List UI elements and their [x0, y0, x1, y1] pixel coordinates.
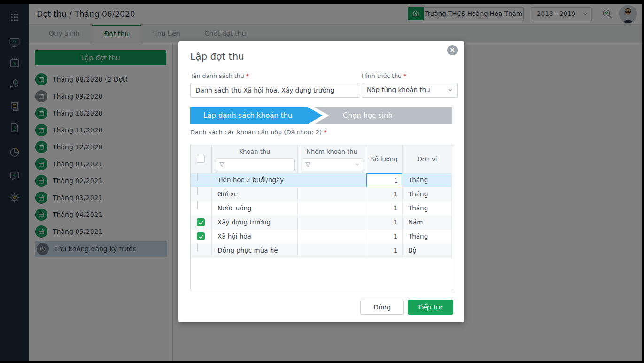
fee-items-table: Khoản thu Nhóm khoản thu Số lượng Đơn vị…	[190, 145, 453, 290]
fee-name: Xã hội hóa	[212, 230, 298, 244]
fee-unit: Tháng	[403, 187, 452, 201]
column-header-qty: Số lượng	[366, 145, 402, 173]
fee-qty[interactable]: 1	[366, 187, 403, 201]
fee-qty[interactable]: 1	[366, 201, 403, 216]
collect-type-label: Hình thức thu *	[362, 72, 406, 79]
fee-qty[interactable]: 1	[366, 216, 403, 230]
fee-name: Xây dựng trường	[212, 216, 298, 230]
fee-group	[298, 201, 366, 216]
fee-unit: Tháng	[403, 230, 452, 244]
wizard-steps: Lập danh sách khoản thu Chọn học sinh	[190, 107, 452, 124]
fee-qty[interactable]: 1	[366, 244, 403, 258]
required-mark: *	[324, 129, 327, 136]
step-choose-students[interactable]: Chọn học sinh	[343, 107, 393, 124]
fee-group	[298, 173, 366, 187]
fee-group	[298, 187, 366, 201]
row-checkbox[interactable]	[197, 173, 198, 181]
fee-name: Tiền học 2 buổi/ngày	[212, 173, 298, 187]
row-checkbox[interactable]	[197, 201, 198, 209]
filter-funnel-icon	[219, 162, 225, 168]
chevron-down-icon	[354, 162, 360, 168]
fee-name: Gửi xe	[212, 187, 298, 201]
close-button[interactable]: Đóng	[360, 300, 404, 315]
collect-type-value: Nộp từng khoản thu	[367, 86, 430, 93]
row-checkbox[interactable]	[197, 243, 198, 252]
modal-title: Lập đợt thu	[190, 51, 244, 62]
column-header-unit: Đơn vị	[403, 145, 452, 173]
list-name-label: Tên danh sách thu *	[190, 72, 249, 79]
select-all-checkbox[interactable]	[197, 155, 205, 163]
group-filter-select[interactable]	[302, 158, 363, 171]
table-header: Khoản thu Nhóm khoản thu Số lượng Đơn vị	[191, 145, 452, 174]
fee-qty[interactable]: 1	[366, 230, 403, 244]
fee-group	[298, 216, 366, 230]
fee-group	[298, 230, 366, 244]
create-period-modal: × Lập đợt thu Tên danh sách thu * Hình t…	[178, 41, 464, 322]
step-create-list[interactable]: Lập danh sách khoản thu	[203, 107, 293, 124]
table-row[interactable]: Nước uống 1 Tháng	[191, 201, 452, 216]
required-mark: *	[403, 72, 406, 79]
close-icon[interactable]: ×	[447, 45, 458, 55]
table-caption: Danh sách các khoản cần nộp (Đã chọn: 2)…	[190, 129, 327, 136]
collect-type-select[interactable]: Nộp từng khoản thu	[362, 83, 458, 98]
qty-input[interactable]	[366, 173, 402, 187]
fee-unit: Tháng	[403, 173, 452, 187]
row-checkbox[interactable]	[197, 187, 198, 195]
fee-name: Đồng phục mùa hè	[212, 244, 298, 258]
filter-funnel-icon	[305, 162, 311, 168]
column-header-group: Nhóm khoản thu	[298, 148, 366, 155]
table-row[interactable]: Xây dựng trường 1 Năm	[191, 216, 452, 230]
chevron-down-icon	[447, 86, 454, 93]
table-row[interactable]: Gửi xe 1 Tháng	[191, 187, 452, 202]
list-name-input[interactable]	[190, 83, 360, 98]
fee-unit: Bộ	[403, 244, 452, 258]
fee-name: Nước uống	[212, 201, 298, 216]
column-header-item: Khoản thu	[212, 148, 297, 155]
continue-button[interactable]: Tiếp tục	[408, 300, 453, 315]
table-row[interactable]: Xã hội hóa 1 Tháng	[191, 230, 452, 244]
table-row[interactable]: Tiền học 2 buổi/ngày Tháng	[191, 173, 452, 188]
item-filter-input[interactable]	[216, 158, 295, 171]
row-checkbox-checked[interactable]	[197, 218, 205, 226]
fee-unit: Tháng	[403, 201, 452, 216]
row-checkbox-checked[interactable]	[197, 232, 205, 240]
fee-unit: Năm	[403, 216, 452, 230]
table-row[interactable]: Đồng phục mùa hè 1 Bộ	[191, 244, 452, 258]
fee-group	[298, 244, 366, 258]
required-mark: *	[246, 72, 249, 79]
